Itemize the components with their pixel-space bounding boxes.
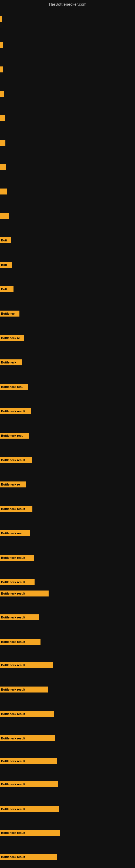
bar-item-28: Bottleneck result bbox=[0, 662, 53, 668]
bar-item-5 bbox=[0, 115, 5, 121]
bar-label-31: Bottleneck result bbox=[1, 737, 25, 740]
bar-item-10: Bott bbox=[0, 237, 11, 243]
bar-item-24: Bottleneck result bbox=[0, 579, 35, 585]
bar-item-3 bbox=[0, 66, 3, 72]
bar-item-33: Bottleneck result bbox=[0, 781, 58, 787]
site-title: TheBottlenecker.com bbox=[0, 0, 135, 8]
bar-item-26: Bottleneck result bbox=[0, 614, 39, 620]
bar-item-6 bbox=[0, 140, 5, 146]
bar-item-4 bbox=[0, 91, 4, 97]
bar-label-33: Bottleneck result bbox=[1, 782, 25, 786]
bar-item-8 bbox=[0, 188, 7, 194]
bar-item-15: Bottleneck bbox=[0, 360, 22, 365]
bar-label-35: Bottleneck result bbox=[1, 831, 25, 834]
bar-item-20: Bottleneck re bbox=[0, 482, 26, 488]
bar-item-2 bbox=[0, 42, 3, 48]
bar-item-35: Bottleneck result bbox=[0, 830, 60, 836]
bar-item-11: Bott bbox=[0, 262, 12, 268]
bar-item-30: Bottleneck result bbox=[0, 711, 54, 717]
bar-label-27: Bottleneck result bbox=[1, 640, 25, 643]
bar-item-19: Bottleneck result bbox=[0, 457, 32, 463]
bar-label-28: Bottleneck result bbox=[1, 663, 25, 667]
bar-item-22: Bottleneck resu bbox=[0, 530, 30, 536]
bar-item-31: Bottleneck result bbox=[0, 735, 55, 741]
bar-label-14: Bottleneck re bbox=[1, 336, 20, 340]
bar-label-24: Bottleneck result bbox=[1, 581, 25, 584]
bar-item-34: Bottleneck result bbox=[0, 806, 59, 812]
bar-label-34: Bottleneck result bbox=[1, 807, 25, 811]
bar-label-30: Bottleneck result bbox=[1, 712, 25, 716]
bar-item-29: Bottleneck result bbox=[0, 686, 48, 692]
bar-label-32: Bottleneck result bbox=[1, 760, 25, 763]
bar-label-25: Bottleneck result bbox=[1, 592, 25, 595]
bar-item-23: Bottleneck result bbox=[0, 555, 34, 561]
bar-label-15: Bottleneck bbox=[1, 361, 16, 364]
bar-label-16: Bottleneck resu bbox=[1, 385, 24, 389]
bar-label-26: Bottleneck result bbox=[1, 616, 25, 619]
bar-label-23: Bottleneck result bbox=[1, 556, 25, 559]
bar-item-7 bbox=[0, 164, 6, 170]
chart-area: TheBottlenecker.com BottBottBottBottlene… bbox=[0, 0, 135, 868]
bar-item-9 bbox=[0, 213, 9, 219]
bar-item-17: Bottleneck result bbox=[0, 408, 31, 414]
bar-item-16: Bottleneck resu bbox=[0, 384, 28, 390]
bar-item-14: Bottleneck re bbox=[0, 335, 24, 341]
bar-item-32: Bottleneck result bbox=[0, 758, 57, 764]
bar-label-21: Bottleneck result bbox=[1, 507, 25, 510]
bar-item-36: Bottleneck result bbox=[0, 854, 57, 860]
bar-label-11: Bott bbox=[1, 263, 7, 267]
bar-label-36: Bottleneck result bbox=[1, 855, 25, 859]
bar-item-27: Bottleneck result bbox=[0, 639, 41, 645]
bar-label-12: Bott bbox=[1, 287, 7, 291]
bar-label-22: Bottleneck resu bbox=[1, 532, 24, 535]
bar-label-20: Bottleneck re bbox=[1, 483, 20, 486]
bar-label-10: Bott bbox=[1, 239, 7, 242]
bar-label-13: Bottlenec bbox=[1, 312, 14, 315]
bar-item-1 bbox=[0, 16, 2, 22]
bar-label-17: Bottleneck result bbox=[1, 410, 25, 413]
bar-item-18: Bottleneck resu bbox=[0, 433, 29, 439]
bar-label-18: Bottleneck resu bbox=[1, 434, 24, 437]
bar-label-19: Bottleneck result bbox=[1, 458, 25, 462]
bar-item-12: Bott bbox=[0, 286, 13, 292]
bar-item-21: Bottleneck result bbox=[0, 506, 32, 512]
bar-item-13: Bottlenec bbox=[0, 311, 19, 316]
bar-label-29: Bottleneck result bbox=[1, 688, 25, 691]
bar-item-25: Bottleneck result bbox=[0, 590, 49, 596]
